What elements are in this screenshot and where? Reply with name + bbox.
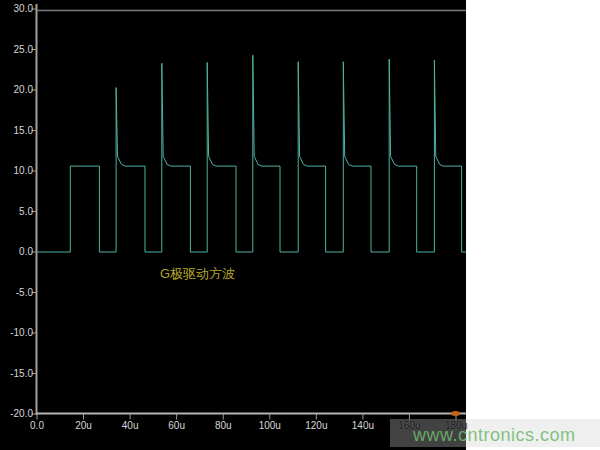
y-tick-label: 25.0 (0, 44, 33, 56)
y-tick-label: 30.0 (0, 3, 33, 15)
waveform-plot (0, 0, 600, 450)
x-tick-label: 40u (112, 420, 148, 432)
simulation-plot-screenshot: 30.025.020.015.010.05.00.0-5.0-10.0-15.0… (0, 0, 600, 450)
y-tick-label: -5.0 (0, 287, 33, 299)
x-tick-label: 120u (298, 420, 334, 432)
trace-label: G极驱动方波 (160, 266, 235, 281)
x-tick-label: 140u (345, 420, 381, 432)
y-tick-label: 15.0 (0, 125, 33, 137)
y-tick-label: -15.0 (0, 368, 33, 380)
y-tick-label: -10.0 (0, 327, 33, 339)
watermark-text: www.cntronics.com (413, 425, 576, 445)
x-tick-label: 100u (252, 420, 288, 432)
y-tick-label: 20.0 (0, 84, 33, 96)
y-tick-label: -20.0 (0, 408, 33, 420)
y-tick-label: 5.0 (0, 206, 33, 218)
waveform-trace (37, 55, 466, 252)
x-tick-label: 60u (159, 420, 195, 432)
watermark-orange-dot (451, 411, 460, 416)
x-tick-label: 80u (205, 420, 241, 432)
y-tick-label: 10.0 (0, 165, 33, 177)
y-tick-label: 0.0 (0, 246, 33, 258)
x-tick-label: 20u (66, 420, 102, 432)
x-tick-label: 0.0 (19, 420, 55, 432)
